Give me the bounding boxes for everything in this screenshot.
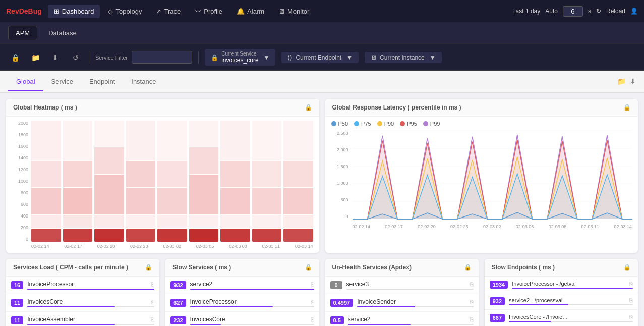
- subnav-database[interactable]: Database: [41, 26, 84, 40]
- global-latency-title: Global Response Latency ( percentile in …: [332, 104, 461, 111]
- service-load-name-1: InvoiceProcessor: [27, 281, 151, 288]
- copy-icon-1[interactable]: ⎘: [151, 281, 154, 287]
- logo-text1: Rev: [6, 7, 19, 15]
- slow-services-title: Slow Services ( ms ): [172, 264, 231, 271]
- slow-services-header: Slow Services ( ms ) 🔒: [165, 259, 319, 277]
- instance-caret-icon: ▼: [430, 54, 436, 61]
- slow-endpoints-lock-icon: 🔒: [623, 264, 631, 271]
- unhealth-copy-3[interactable]: ⎘: [470, 316, 474, 322]
- tab-global[interactable]: Global: [8, 73, 43, 91]
- save-dashboard-icon[interactable]: 📁: [617, 77, 626, 85]
- latency-legend: P50 P75 P90 P95 P99: [331, 121, 632, 127]
- slow-ep-copy-3[interactable]: ⎘: [629, 314, 633, 320]
- heatmap-col-8: [252, 121, 282, 242]
- trace-icon: ↗: [156, 8, 161, 15]
- reload-button[interactable]: Reload: [606, 8, 625, 15]
- list-item: 0.4997 InvoiceSender ⎘: [325, 294, 479, 312]
- slow-service-count-2: 627: [170, 299, 186, 307]
- list-item: 932 service2 - /processval ⎘: [485, 293, 638, 310]
- services-load-card: Services Load ( CPM - calls per minute )…: [6, 259, 159, 326]
- export-dashboard-icon[interactable]: ⬇: [630, 77, 636, 85]
- service-caret-icon: ▼: [264, 54, 270, 61]
- heatmap-col-7: [220, 121, 250, 242]
- slow-ep-count-2: 932: [490, 297, 505, 305]
- service-load-name-2: InvoicesCore: [27, 298, 151, 305]
- nav-right-controls: Last 1 day Auto s ↻ Reload 👤: [512, 6, 638, 17]
- unhealth-copy-2[interactable]: ⎘: [470, 299, 474, 305]
- list-item: 16 InvoiceProcessor ⎘: [6, 277, 159, 294]
- download-icon[interactable]: ⬇: [48, 50, 63, 65]
- nav-alarm[interactable]: 🔔 Alarm: [230, 5, 270, 18]
- legend-p90: P90: [377, 121, 394, 127]
- current-endpoint-label: Current Endpoint: [296, 54, 341, 61]
- unhealth-services-header: Un-Health Services (Apdex) 🔒: [325, 259, 479, 277]
- services-load-list: 16 InvoiceProcessor ⎘ 11: [6, 277, 159, 326]
- sub-navigation: APM Database: [0, 22, 644, 44]
- legend-p95: P95: [400, 121, 417, 127]
- slow-service-name-3: InvoicesCore: [190, 316, 311, 323]
- heatmap-col-1: [31, 121, 61, 242]
- current-service-selector[interactable]: 🔒 Current Service invoices_core ▼: [205, 49, 275, 66]
- heatmap-col-3: [94, 121, 124, 242]
- topology-icon: ◇: [108, 8, 113, 15]
- nav-monitor[interactable]: 🖥 Monitor: [272, 5, 315, 18]
- profile-icon: 〰: [195, 8, 201, 15]
- latency-chart-container: 2,500 2,000 1,500 1,000 500 0: [331, 131, 632, 229]
- global-latency-header: Global Response Latency ( percentile in …: [325, 99, 638, 117]
- nav-dashboard[interactable]: ⊞ Dashboard: [48, 5, 100, 18]
- slow-copy-icon-2[interactable]: ⎘: [311, 299, 314, 305]
- main-tabs: Global Service Endpoint Instance 📁 ⬇: [0, 71, 644, 93]
- unhealth-copy-1[interactable]: ⎘: [470, 281, 474, 287]
- unhealth-name-1: service3: [346, 281, 470, 288]
- heatmap-lock-icon: 🔒: [305, 104, 312, 111]
- copy-icon-2[interactable]: ⎘: [151, 299, 154, 305]
- slow-copy-icon-1[interactable]: ⎘: [311, 281, 314, 287]
- nav-profile[interactable]: 〰 Profile: [189, 5, 228, 18]
- current-instance-selector[interactable]: 🖥 Current Instance ▼: [365, 52, 442, 63]
- monitor-icon: 🖥: [278, 8, 285, 15]
- unhealth-services-list: 0 service3 ⎘ 0.4997: [325, 277, 479, 326]
- slow-endpoints-header: Slow Endpoints ( ms ) 🔒: [485, 259, 638, 277]
- global-heatmap-card: Global Heatmap ( ms ) 🔒 2000 1800 1600 1…: [6, 99, 319, 253]
- current-endpoint-selector[interactable]: ⟨⟩ Current Endpoint ▼: [281, 52, 359, 63]
- slow-endpoints-list: 1934 InvoiceProcessor - /getval ⎘ 932: [485, 277, 638, 326]
- services-load-lock-icon: 🔒: [145, 264, 152, 271]
- unhealth-services-lock-icon: 🔒: [464, 264, 472, 271]
- heatmap-x-axis: 02-02 14 02-02 17 02-02 20 02-02 23 02-0…: [12, 244, 313, 249]
- legend-p75: P75: [354, 121, 371, 127]
- endpoint-caret-icon: ▼: [346, 54, 353, 61]
- global-latency-card: Global Response Latency ( percentile in …: [325, 99, 638, 253]
- slow-service-count-1: 932: [170, 281, 186, 289]
- interval-input[interactable]: [563, 6, 583, 17]
- instance-icon: 🖥: [371, 54, 377, 61]
- tab-endpoint[interactable]: Endpoint: [81, 73, 123, 90]
- slow-copy-icon-3[interactable]: ⎘: [311, 316, 314, 322]
- unhealth-name-2: InvoiceSender: [357, 298, 470, 305]
- nav-topology[interactable]: ◇ Topology: [102, 5, 148, 18]
- heatmap-col-4: [126, 121, 156, 242]
- slow-ep-copy-1[interactable]: ⎘: [629, 281, 633, 287]
- refresh-icon[interactable]: ↺: [69, 50, 83, 65]
- tab-service[interactable]: Service: [43, 73, 81, 90]
- list-item: 627 InvoiceProcessor ⎘: [165, 294, 319, 312]
- service-filter-input[interactable]: [132, 51, 192, 64]
- folder-icon[interactable]: 📁: [28, 50, 42, 65]
- service-load-bar-2: [27, 306, 154, 307]
- user-icon[interactable]: 👤: [630, 8, 638, 15]
- lock-icon[interactable]: 🔒: [8, 50, 22, 65]
- copy-icon-3[interactable]: ⎘: [151, 316, 154, 322]
- app-logo: RevDeBug: [6, 7, 42, 15]
- current-service-lock-icon: 🔒: [211, 54, 218, 61]
- unhealth-name-3: service2: [348, 316, 470, 323]
- slow-service-name-2: InvoiceProcessor: [190, 298, 311, 305]
- slow-endpoints-title: Slow Endpoints ( ms ): [492, 264, 555, 271]
- current-service-value: invoices_core: [221, 57, 258, 64]
- last-period-label: Last 1 day: [512, 8, 540, 15]
- tab-instance[interactable]: Instance: [123, 73, 164, 90]
- nav-trace[interactable]: ↗ Trace: [150, 5, 187, 18]
- slow-ep-copy-2[interactable]: ⎘: [629, 297, 633, 303]
- slow-service-name-1: service2: [190, 281, 311, 288]
- subnav-apm[interactable]: APM: [8, 26, 37, 40]
- slow-ep-name-2: service2 - /processval: [509, 297, 629, 303]
- unhealth-count-2: 0.4997: [330, 299, 354, 307]
